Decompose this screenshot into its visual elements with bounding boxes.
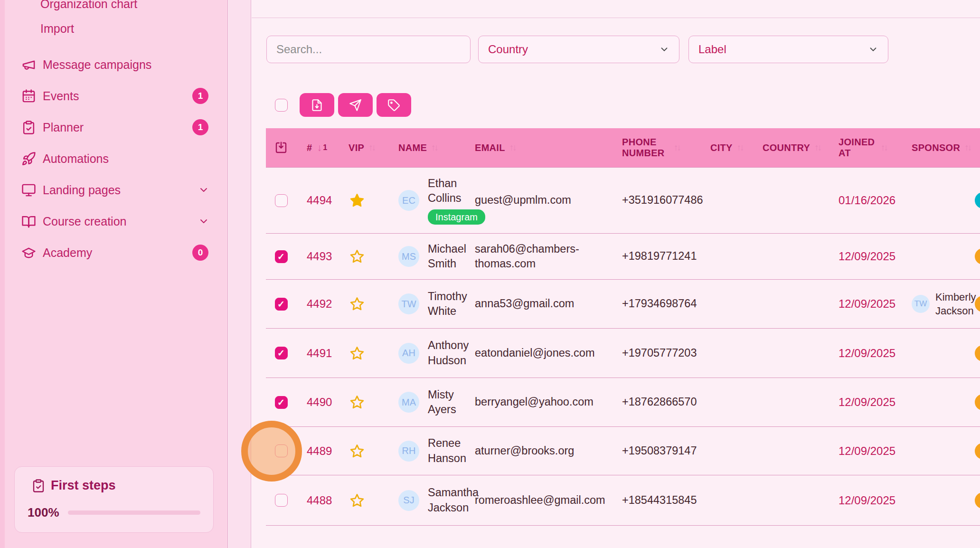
column-header-email[interactable]: EMAIL ↑↓	[475, 142, 622, 153]
member-phone-cell: +19819771241	[622, 234, 710, 279]
search-input[interactable]	[266, 36, 471, 63]
sidebar-item[interactable]: Automations	[0, 143, 227, 174]
sidebar-item[interactable]: Landing pages	[0, 174, 227, 206]
header-select-all[interactable]	[266, 141, 296, 155]
member-name-cell: TW Timothy White	[375, 280, 475, 328]
row-select-cell	[266, 427, 296, 475]
vip-star-icon[interactable]	[349, 493, 365, 508]
row-checkbox[interactable]	[275, 298, 288, 311]
vip-star-icon[interactable]	[349, 249, 365, 264]
sponsor-cell	[905, 378, 975, 426]
member-name-cell: RH Renee Hanson	[375, 427, 475, 475]
sidebar-subitem[interactable]: Organization chart	[0, 0, 227, 16]
member-id-cell: 4491	[296, 329, 339, 378]
sponsor-cell	[905, 168, 975, 233]
sidebar-item[interactable]: Course creation	[0, 206, 227, 237]
sidebar-item[interactable]: Planner 1	[0, 112, 227, 143]
member-phone-cell: +18762866570	[622, 378, 710, 426]
sidebar-item[interactable]: Message campaigns	[0, 49, 227, 80]
topbar-divider	[252, 18, 980, 18]
row-checkbox[interactable]	[275, 444, 288, 457]
vip-cell	[339, 280, 375, 328]
sponsor-cell: NA Scott	[905, 526, 975, 548]
member-country-cell	[763, 427, 839, 475]
member-email-cell: berryangel@yahoo.com	[475, 378, 622, 426]
vip-star-icon[interactable]	[349, 444, 365, 459]
vip-cell	[339, 378, 375, 426]
member-id-link[interactable]: 4488	[307, 493, 332, 508]
member-id-link[interactable]: 4489	[307, 444, 332, 459]
member-id-link[interactable]: 4493	[307, 249, 332, 264]
row-checkbox[interactable]	[275, 250, 288, 263]
column-header-phone[interactable]: PHONE NUMBER ↑↓	[622, 137, 710, 159]
sidebar-subitem[interactable]: Import	[0, 16, 227, 41]
first-steps-card[interactable]: First steps 100%	[14, 466, 214, 533]
book-icon	[21, 214, 36, 229]
member-id-link[interactable]: 4492	[307, 296, 332, 312]
sponsor-cell	[905, 234, 975, 279]
sidebar-item[interactable]: Events 1	[0, 80, 227, 112]
label-select[interactable]: Label	[688, 36, 888, 63]
member-name-cell: SJ Samantha Jackson	[375, 475, 475, 525]
select-all-checkbox[interactable]	[275, 99, 288, 112]
sponsor-cell	[905, 329, 975, 378]
column-header-vip[interactable]: VIP ↑↓	[339, 142, 375, 153]
sidebar-item[interactable]: Academy 0	[0, 237, 227, 268]
progress-bar	[68, 510, 201, 515]
table-row: 4487 NA Nicole smithnicholas@montgomery-…	[266, 525, 980, 548]
table-header: # ↓ 1 VIP ↑↓ NAME ↑↓ EMAIL ↑↓ PHONE NUMB…	[266, 128, 980, 167]
column-header-joined-at[interactable]: JOINED AT ↑↓	[839, 137, 905, 159]
sidebar-subitem-label: Organization chart	[40, 0, 137, 11]
sponsor-cell	[905, 475, 975, 525]
member-id-cell: 4488	[296, 475, 339, 525]
member-email: aturner@brooks.org	[475, 444, 574, 458]
column-header-id[interactable]: # ↓ 1	[296, 142, 339, 153]
member-phone: +18762866570	[622, 395, 697, 409]
joined-at-cell: 12/09/2025	[839, 378, 905, 426]
member-id-link[interactable]: 4490	[307, 395, 332, 410]
vip-star-icon[interactable]	[349, 193, 365, 208]
member-name-cell: MA Misty Ayers	[375, 378, 475, 426]
sort-icon: ↑↓	[509, 142, 516, 153]
first-steps-title: First steps	[51, 478, 116, 493]
joined-date: 12/09/2025	[839, 395, 895, 410]
column-header-name[interactable]: NAME ↑↓	[375, 142, 475, 153]
chevron-down-icon	[198, 184, 209, 196]
member-city-cell	[710, 378, 763, 426]
member-phone: +19705777203	[622, 346, 697, 360]
status-dot	[975, 248, 980, 265]
country-select[interactable]: Country	[478, 36, 679, 63]
status-dot-cell	[975, 329, 980, 378]
member-id-link[interactable]: 4491	[307, 346, 332, 361]
column-header-sponsor[interactable]: SPONSOR ↑↓	[905, 142, 975, 153]
row-checkbox[interactable]	[275, 494, 288, 507]
row-checkbox[interactable]	[275, 396, 288, 409]
member-id-link[interactable]: 4494	[307, 193, 332, 208]
table-row: 4488 SJ Samantha Jackson romeroashlee@gm…	[266, 475, 980, 525]
status-dot	[975, 443, 980, 459]
sponsor: TW Kimberly Jackson	[912, 290, 976, 318]
member-phone-cell: +351916077486	[622, 168, 710, 233]
label-select-value: Label	[698, 43, 726, 56]
member-phone-cell: +18990226186	[622, 526, 710, 548]
column-header-city[interactable]: CITY ↑↓	[710, 142, 763, 153]
import-tray-icon	[274, 141, 288, 155]
sponsor-name: Kimberly Jackson	[935, 290, 976, 318]
row-checkbox[interactable]	[275, 194, 288, 207]
assign-label-button[interactable]	[377, 93, 411, 117]
vip-star-icon[interactable]	[349, 346, 365, 361]
joined-at-cell: 12/09/2025	[839, 526, 905, 548]
joined-at-cell: 12/09/2025	[839, 234, 905, 279]
sidebar-item-label: Automations	[43, 152, 109, 166]
member-email-cell: romeroashlee@gmail.com	[475, 475, 622, 525]
send-message-button[interactable]	[338, 93, 373, 117]
column-header-country[interactable]: COUNTRY ↑↓	[763, 142, 839, 153]
vip-star-icon[interactable]	[349, 395, 365, 410]
sidebar-item-label: Landing pages	[43, 183, 121, 197]
joined-date: 12/09/2025	[839, 346, 895, 361]
vip-star-icon[interactable]	[349, 296, 365, 312]
sidebar-nav: Organization chart Import Message campai…	[0, 0, 227, 268]
row-checkbox[interactable]	[275, 347, 288, 359]
export-button[interactable]	[300, 93, 334, 117]
joined-date: 12/09/2025	[839, 493, 895, 508]
